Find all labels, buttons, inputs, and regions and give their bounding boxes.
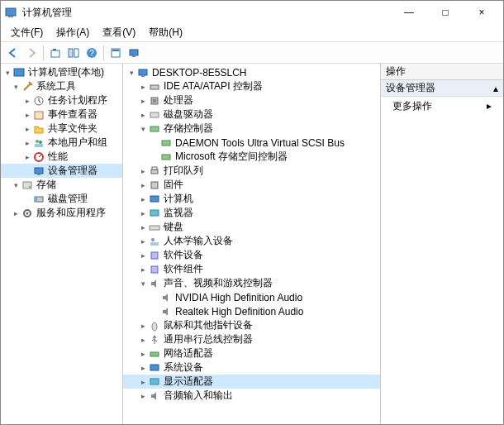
device-storage-ctrl[interactable]: ▾存储控制器 [123, 122, 380, 136]
chevron-right-icon[interactable]: ▸ [22, 153, 32, 161]
svg-rect-2 [51, 50, 59, 57]
forward-button[interactable] [22, 44, 40, 62]
chevron-right-icon[interactable]: ▸ [138, 392, 148, 400]
chevron-right-icon[interactable]: ▸ [138, 364, 148, 372]
device-print-queue[interactable]: ▸打印队列 [123, 164, 380, 178]
chevron-down-icon[interactable]: ▾ [126, 69, 136, 77]
tree-label: 键盘 [164, 220, 183, 234]
device-realtek-audio[interactable]: Realtek High Definition Audio [123, 304, 380, 318]
chevron-right-icon[interactable]: ▸ [138, 97, 148, 105]
device-usb[interactable]: ▸通用串行总线控制器 [123, 332, 380, 346]
device-monitor[interactable]: ▸监视器 [123, 206, 380, 220]
device-software-comp[interactable]: ▸软件组件 [123, 262, 380, 276]
chevron-right-icon[interactable]: ▸ [22, 139, 32, 147]
device-firmware[interactable]: ▸固件 [123, 178, 380, 192]
device-mouse[interactable]: ▸鼠标和其他指针设备 [123, 318, 380, 332]
up-button[interactable] [46, 44, 64, 62]
device-software-dev[interactable]: ▸软件设备 [123, 248, 380, 262]
menu-help[interactable]: 帮助(H) [142, 24, 189, 41]
panel-toggle-button[interactable] [64, 44, 83, 62]
chevron-right-icon[interactable]: ▸ [138, 195, 148, 203]
device-display-adapter[interactable]: ▸显示适配器 [123, 375, 380, 389]
refresh-button[interactable] [107, 44, 125, 62]
device-audio-io[interactable]: ▸音频输入和输出 [123, 389, 380, 403]
svg-rect-14 [35, 112, 43, 119]
device-disk-drive[interactable]: ▸磁盘驱动器 [123, 107, 380, 122]
toolbar: ? [1, 42, 503, 64]
scsi-icon [159, 150, 173, 164]
actions-more[interactable]: 更多操作 ▸ [381, 97, 503, 115]
device-daemon-tools[interactable]: DAEMON Tools Ultra Virtual SCSI Bus [123, 136, 380, 150]
chevron-right-icon[interactable]: ▸ [138, 350, 148, 358]
chevron-right-icon[interactable]: ▸ [138, 209, 148, 217]
device-nvidia-audio[interactable]: NVIDIA High Definition Audio [123, 290, 380, 304]
back-button[interactable] [4, 44, 22, 62]
tree-system-tools[interactable]: ▾ 系统工具 [1, 79, 122, 93]
actions-category[interactable]: 设备管理器 ▴ [381, 80, 503, 97]
svg-rect-39 [150, 196, 159, 202]
menu-view[interactable]: 查看(V) [96, 24, 142, 41]
chevron-right-icon[interactable]: ▸ [22, 111, 32, 119]
sound-icon [148, 277, 161, 290]
tree-storage[interactable]: ▾ 存储 [1, 178, 122, 192]
tree-event-viewer[interactable]: ▸ 事件查看器 [1, 107, 122, 122]
chevron-right-icon[interactable]: ▸ [11, 209, 21, 217]
device-ms-storage[interactable]: Microsoft 存储空间控制器 [123, 150, 380, 164]
chevron-right-icon[interactable]: ▸ [22, 97, 32, 105]
tree-label: 任务计划程序 [48, 93, 107, 107]
chevron-right-icon[interactable]: ▸ [138, 223, 148, 232]
tree-label: 计算机 [164, 192, 193, 206]
chevron-right-icon[interactable]: ▸ [22, 125, 32, 133]
device-keyboard[interactable]: ▸键盘 [123, 220, 380, 234]
chevron-down-icon[interactable]: ▾ [138, 279, 148, 288]
chevron-right-icon[interactable]: ▸ [138, 237, 148, 246]
device-ide[interactable]: ▸IDE ATA/ATAPI 控制器 [123, 79, 380, 93]
device-network[interactable]: ▸网络适配器 [123, 346, 380, 361]
device-cpu[interactable]: ▸处理器 [123, 93, 380, 107]
toolbar-separator [43, 45, 44, 60]
chevron-down-icon[interactable]: ▾ [11, 181, 21, 189]
chevron-right-icon[interactable]: ▸ [138, 167, 148, 175]
device-sound[interactable]: ▾声音、视频和游戏控制器 [123, 276, 380, 290]
chevron-right-icon[interactable]: ▸ [138, 251, 148, 260]
menu-file[interactable]: 文件(F) [4, 24, 50, 41]
chevron-right-icon[interactable]: ▸ [138, 265, 148, 274]
tree-local-users[interactable]: ▸ 本地用户和组 [1, 136, 122, 150]
chevron-right-icon[interactable]: ▸ [138, 322, 148, 330]
chevron-right-icon[interactable]: ▸ [138, 83, 148, 91]
menubar: 文件(F) 操作(A) 查看(V) 帮助(H) [1, 24, 503, 42]
device-system[interactable]: ▸系统设备 [123, 361, 380, 375]
tree-device-manager[interactable]: 设备管理器 [1, 164, 122, 178]
menu-action[interactable]: 操作(A) [50, 24, 96, 41]
monitor-icon [148, 207, 161, 220]
tree-root-computer-mgmt[interactable]: ▾ 计算机管理(本地) [1, 65, 122, 79]
tree-shared-folders[interactable]: ▸ 共享文件夹 [1, 122, 122, 136]
chevron-right-icon[interactable]: ▸ [138, 336, 148, 344]
device-root[interactable]: ▾ DESKTOP-8E5SLCH [123, 65, 380, 79]
device-computer[interactable]: ▸计算机 [123, 192, 380, 206]
minimize-button[interactable]: — [391, 1, 427, 24]
component-icon [148, 263, 161, 276]
chevron-right-icon[interactable]: ▸ [138, 378, 148, 386]
close-button[interactable]: × [464, 1, 500, 24]
disk-icon [32, 193, 45, 206]
maximize-button[interactable]: □ [427, 1, 464, 24]
tree-label: 通用串行总线控制器 [164, 332, 253, 346]
svg-rect-17 [35, 144, 43, 147]
svg-rect-36 [151, 170, 158, 174]
tree-label: NVIDIA High Definition Audio [175, 292, 302, 303]
chevron-right-icon[interactable]: ▸ [138, 181, 148, 189]
device-hid[interactable]: ▸人体学输入设备 [123, 234, 380, 248]
chevron-right-icon[interactable]: ▸ [138, 111, 148, 119]
tree-disk-mgmt[interactable]: 磁盘管理 [1, 192, 122, 206]
chevron-down-icon[interactable]: ▾ [138, 125, 148, 133]
help-button[interactable]: ? [83, 44, 101, 62]
chevron-down-icon[interactable]: ▾ [11, 83, 21, 91]
tree-performance[interactable]: ▸ 性能 [1, 150, 122, 164]
tree-task-scheduler[interactable]: ▸ 任务计划程序 [1, 93, 122, 107]
chevron-down-icon[interactable]: ▾ [2, 69, 12, 77]
tree-services[interactable]: ▸ 服务和应用程序 [1, 206, 122, 220]
monitor-button[interactable] [125, 44, 143, 62]
svg-rect-47 [150, 352, 159, 356]
printer-icon [148, 165, 161, 178]
